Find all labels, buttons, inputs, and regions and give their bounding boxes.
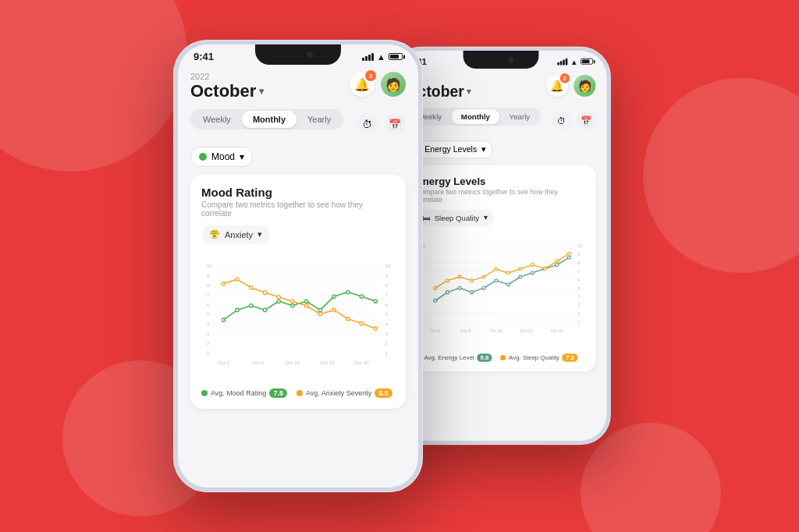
tab-yearly[interactable]: Yearly xyxy=(297,111,342,128)
wifi-icon-2: ▲ xyxy=(570,57,578,66)
legend-energy: Avg. Energy Level 6.8 xyxy=(416,353,492,362)
svg-text:6: 6 xyxy=(207,302,210,307)
svg-point-54 xyxy=(332,308,336,311)
svg-text:6: 6 xyxy=(577,278,580,282)
metric-selector[interactable]: Mood ▾ xyxy=(190,147,253,167)
svg-point-112 xyxy=(519,268,522,271)
svg-point-95 xyxy=(458,286,461,289)
signal-icon-2 xyxy=(557,58,567,65)
svg-point-110 xyxy=(495,268,498,271)
sleep-avg-badge: 7.2 xyxy=(563,353,578,362)
svg-point-43 xyxy=(346,290,350,293)
svg-point-114 xyxy=(543,268,546,271)
legend-anxiety: Avg. Anxiety Severity 5.5 xyxy=(297,388,392,398)
notification-button-2[interactable]: 🔔 2 xyxy=(546,75,568,97)
svg-point-50 xyxy=(277,296,280,299)
svg-point-113 xyxy=(531,264,534,267)
svg-point-53 xyxy=(318,312,321,315)
svg-text:1: 1 xyxy=(207,350,210,356)
battery-fill xyxy=(390,55,399,59)
svg-text:6: 6 xyxy=(385,302,389,307)
avatar[interactable]: 🧑 xyxy=(381,72,406,97)
chevron-down-icon: ▾ xyxy=(257,229,262,239)
svg-text:Oct 23: Oct 23 xyxy=(320,360,335,365)
toolbar-icons-2: ⏱ 📅 xyxy=(552,112,595,131)
header-left: 2022 October ▾ xyxy=(190,72,264,101)
chevron-down-icon-4: ▾ xyxy=(484,214,488,222)
avatar-2[interactable]: 🧑 xyxy=(574,75,595,97)
notification-button[interactable]: 🔔 2 xyxy=(350,72,375,97)
svg-point-57 xyxy=(374,327,377,330)
svg-point-103 xyxy=(556,264,559,267)
chart-legend: Avg. Mood Rating 7.5 Avg. Anxiety Severi… xyxy=(201,388,395,398)
svg-text:3: 3 xyxy=(577,303,580,307)
chevron-down-icon[interactable]: ▾ xyxy=(259,86,264,97)
tab-row: Weekly Monthly Yearly ⏱ 📅 xyxy=(190,109,406,139)
svg-point-105 xyxy=(434,286,437,289)
svg-text:9: 9 xyxy=(207,273,210,278)
svg-point-40 xyxy=(304,300,307,303)
svg-text:5: 5 xyxy=(577,286,580,291)
mood-avg-badge: 7.5 xyxy=(269,388,287,398)
card-subtitle: Compare two metrics together to see how … xyxy=(201,200,395,218)
clock-button-2[interactable]: ⏱ xyxy=(552,112,571,131)
phone-1-content: 2022 October ▾ 🔔 2 🧑 xyxy=(178,66,418,481)
svg-text:Oct 9: Oct 9 xyxy=(252,360,264,365)
svg-point-39 xyxy=(291,304,294,307)
header-right-2: 🔔 2 🧑 xyxy=(546,75,595,97)
sleep-icon: 🛏 xyxy=(423,214,431,222)
phone-1-header: 2022 October ▾ 🔔 2 🧑 xyxy=(190,72,406,101)
svg-text:2: 2 xyxy=(385,340,389,346)
svg-point-100 xyxy=(519,275,522,278)
phone-1: 9:41 ▲ xyxy=(173,40,423,492)
compare-selector-2[interactable]: 🛏 Sleep Quality ▾ xyxy=(416,210,495,225)
svg-text:4: 4 xyxy=(577,294,580,299)
tab-monthly[interactable]: Monthly xyxy=(242,111,297,128)
period-segmented-control: Weekly Monthly Yearly xyxy=(190,109,343,129)
battery-fill-2 xyxy=(582,60,590,63)
tab-monthly-2[interactable]: Monthly xyxy=(452,109,500,124)
card-title: Mood Rating xyxy=(201,186,395,199)
tab-yearly-2[interactable]: Yearly xyxy=(499,109,539,124)
chevron-down-icon-3: ▾ xyxy=(481,145,485,154)
energy-avg-badge: 6.8 xyxy=(477,353,492,362)
mood-card: Mood Rating Compare two metrics together… xyxy=(190,175,406,409)
mood-legend-label: Avg. Mood Rating xyxy=(211,389,266,397)
svg-text:8: 8 xyxy=(385,282,389,288)
svg-text:Oct 16: Oct 16 xyxy=(286,360,300,365)
notch-camera xyxy=(307,51,313,58)
metric-dot-green xyxy=(199,153,207,161)
chevron-down-icon-2[interactable]: ▾ xyxy=(467,87,471,97)
svg-point-48 xyxy=(250,286,253,289)
clock-button[interactable]: ⏱ xyxy=(356,113,378,135)
anxiety-icon: 😤 xyxy=(209,229,220,239)
svg-text:7: 7 xyxy=(577,269,580,274)
svg-point-42 xyxy=(332,295,336,298)
tab-row-2: Weekly Monthly Yearly ⏱ 📅 xyxy=(407,108,596,133)
sleep-legend-label: Avg. Sleep Quality xyxy=(509,354,559,361)
svg-text:3: 3 xyxy=(207,331,210,336)
phone-1-status-icons: ▲ xyxy=(362,52,403,62)
svg-text:4: 4 xyxy=(385,321,389,327)
energy-line xyxy=(435,257,569,300)
notch-camera-2 xyxy=(509,57,514,62)
mood-dot xyxy=(222,318,225,321)
svg-text:1: 1 xyxy=(385,350,389,356)
svg-point-94 xyxy=(446,291,449,294)
calendar-button-2[interactable]: 📅 xyxy=(577,112,596,131)
compare-label: Anxiety xyxy=(225,230,253,239)
chevron-down-icon: ▾ xyxy=(240,151,244,162)
calendar-button[interactable]: 📅 xyxy=(384,113,406,135)
tab-weekly[interactable]: Weekly xyxy=(192,111,242,128)
mood-line xyxy=(223,293,375,321)
energy-chart: 10 9 8 7 6 5 4 3 2 1 10 9 xyxy=(416,232,586,349)
phone-2-notch xyxy=(463,51,539,69)
card-title-2: Energy Levels xyxy=(416,175,586,186)
svg-point-35 xyxy=(236,308,239,311)
header-right: 🔔 2 🧑 xyxy=(350,72,406,97)
compare-selector[interactable]: 😤 Anxiety ▾ xyxy=(201,225,270,243)
battery-icon xyxy=(389,53,403,60)
mood-chart: 10 9 8 7 6 5 4 3 2 1 10 9 xyxy=(201,251,395,384)
svg-point-38 xyxy=(277,300,280,303)
svg-text:8: 8 xyxy=(207,282,210,288)
